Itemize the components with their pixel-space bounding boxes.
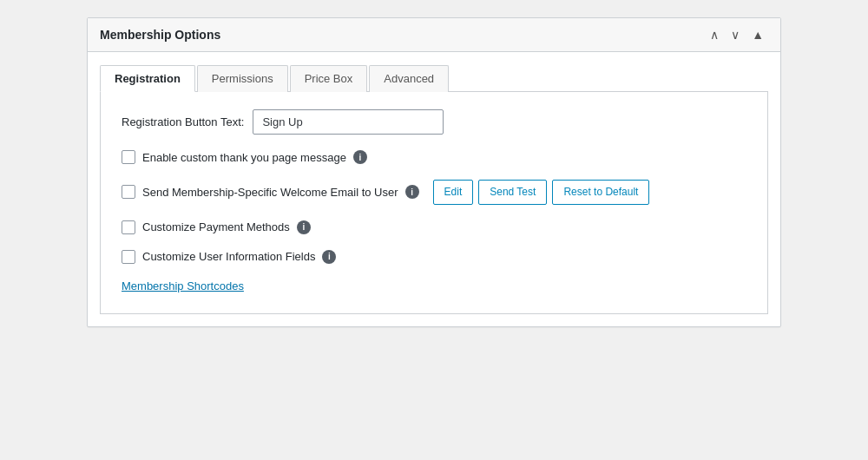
custom-thank-you-checkbox[interactable] bbox=[122, 150, 135, 164]
welcome-email-buttons: Edit Send Test Reset to Default bbox=[433, 180, 650, 205]
membership-options-panel: Membership Options ∧ ∨ ▲ Registration Pe… bbox=[87, 17, 781, 327]
custom-thank-you-info-icon[interactable]: i bbox=[353, 150, 367, 164]
membership-shortcodes-link[interactable]: Membership Shortcodes bbox=[122, 279, 244, 292]
tab-advanced[interactable]: Advanced bbox=[369, 65, 449, 92]
welcome-email-row: Send Membership-Specific Welcome Email t… bbox=[122, 180, 746, 205]
welcome-email-checkbox[interactable] bbox=[122, 185, 135, 199]
panel-header: Membership Options ∧ ∨ ▲ bbox=[88, 18, 780, 52]
tab-registration[interactable]: Registration bbox=[100, 65, 195, 92]
send-test-button[interactable]: Send Test bbox=[478, 180, 547, 205]
user-info-fields-row: Customize User Information Fields i bbox=[122, 250, 746, 264]
shortcodes-link-row: Membership Shortcodes bbox=[122, 279, 746, 292]
button-text-input[interactable] bbox=[253, 109, 444, 135]
user-info-fields-info-icon[interactable]: i bbox=[322, 250, 336, 264]
tabs: Registration Permissions Price Box Advan… bbox=[100, 64, 768, 92]
custom-thank-you-label: Enable custom thank you page message bbox=[142, 151, 346, 164]
arrow-up-button[interactable]: ∧ bbox=[706, 27, 723, 43]
tab-permissions[interactable]: Permissions bbox=[197, 65, 288, 92]
reset-to-default-button[interactable]: Reset to Default bbox=[552, 180, 649, 205]
welcome-email-info-icon[interactable]: i bbox=[405, 185, 419, 199]
collapse-button[interactable]: ▲ bbox=[747, 27, 768, 43]
tab-price-box[interactable]: Price Box bbox=[290, 65, 368, 92]
registration-button-text-row: Registration Button Text: bbox=[122, 109, 746, 135]
user-info-fields-label: Customize User Information Fields bbox=[142, 250, 315, 263]
panel-title: Membership Options bbox=[100, 28, 220, 42]
edit-button[interactable]: Edit bbox=[433, 180, 474, 205]
button-text-label: Registration Button Text: bbox=[122, 115, 244, 128]
tabs-container: Registration Permissions Price Box Advan… bbox=[88, 52, 780, 92]
panel-content: Registration Button Text: Enable custom … bbox=[100, 92, 768, 314]
payment-methods-label: Customize Payment Methods bbox=[142, 220, 290, 233]
payment-methods-info-icon[interactable]: i bbox=[297, 220, 311, 234]
panel-controls: ∧ ∨ ▲ bbox=[706, 27, 768, 43]
user-info-fields-checkbox[interactable] bbox=[122, 250, 135, 264]
custom-thank-you-row: Enable custom thank you page message i bbox=[122, 150, 746, 164]
payment-methods-checkbox[interactable] bbox=[122, 220, 135, 234]
welcome-email-label: Send Membership-Specific Welcome Email t… bbox=[142, 186, 398, 199]
arrow-down-button[interactable]: ∨ bbox=[727, 27, 744, 43]
payment-methods-row: Customize Payment Methods i bbox=[122, 220, 746, 234]
